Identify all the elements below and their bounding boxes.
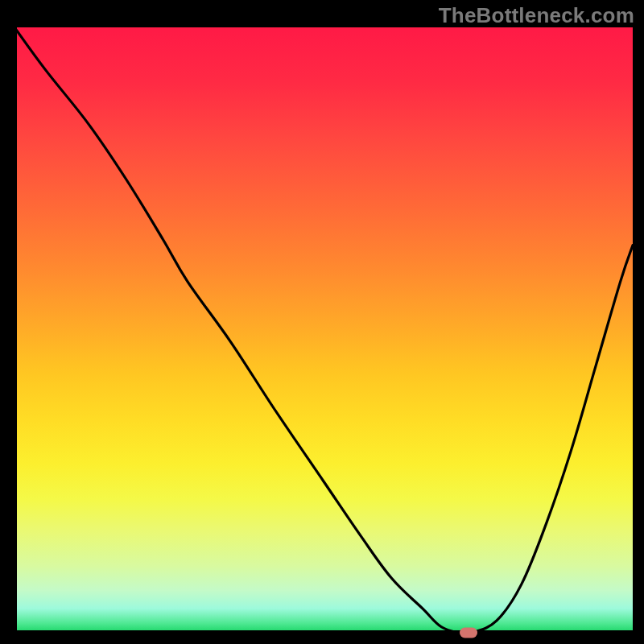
optimal-point-marker <box>460 628 477 638</box>
x-axis <box>14 630 633 633</box>
watermark-text: TheBottleneck.com <box>439 3 634 28</box>
bottleneck-curve <box>14 27 633 633</box>
y-axis <box>14 27 17 633</box>
plot-area <box>14 27 633 633</box>
chart-container: TheBottleneck.com <box>0 0 644 644</box>
